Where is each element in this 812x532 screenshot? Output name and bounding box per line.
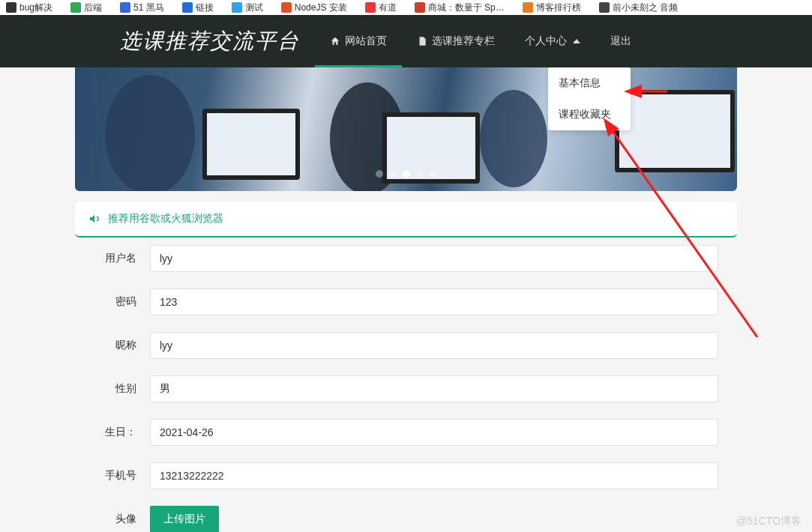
nav-column-label: 选课推荐专栏 [432,34,495,48]
password-input[interactable] [150,288,718,315]
birthday-label: 生日： [75,426,150,439]
bookmark-item[interactable]: 后端 [70,1,102,14]
carousel-dot-4[interactable] [416,170,424,178]
nav-home[interactable]: 网站首页 [315,15,402,67]
profile-form: 用户名 密码 昵称 性别 生日： 手机号 头像 上传图片 [75,245,737,532]
phone-input[interactable] [150,462,718,489]
username-label: 用户名 [75,252,150,265]
nickname-label: 昵称 [75,339,150,352]
bookmark-item[interactable]: 51 黑马 [120,1,164,14]
bookmark-item[interactable]: 测试 [232,1,263,14]
nav-personal[interactable]: 个人中心 [510,15,595,67]
notice-bar: 推荐用谷歌或火狐浏览器 [75,202,737,238]
bookmark-item[interactable]: NodeJS 安装 [281,1,347,14]
bookmark-item[interactable]: 商城：数量于 Sp… [415,1,505,14]
bookmark-item[interactable]: 有道 [365,1,397,14]
dropdown-basic-info[interactable]: 基本信息 [548,67,631,99]
carousel-dot-3[interactable] [403,170,410,178]
username-input[interactable] [150,245,718,272]
nav-logout[interactable]: 退出 [595,15,646,67]
phone-label: 手机号 [75,469,150,483]
bookmark-item[interactable]: 前小未刻之 音频 [599,1,678,14]
carousel-dot-5[interactable] [430,170,437,178]
birthday-input[interactable] [150,419,718,446]
gender-label: 性别 [75,382,150,396]
gender-input[interactable] [150,375,718,402]
bookmark-item[interactable]: 博客排行榜 [523,1,581,14]
top-navigation: 选课推荐交流平台 网站首页 选课推荐专栏 个人中心 退出 [0,15,812,67]
site-title: 选课推荐交流平台 [120,27,300,55]
document-icon [417,36,427,46]
password-label: 密码 [75,295,150,309]
carousel-dot-1[interactable] [376,170,383,178]
avatar-label: 头像 [75,513,150,526]
carousel-dot-2[interactable] [389,170,397,178]
personal-dropdown: 基本信息 课程收藏夹 [548,67,631,130]
watermark: @51CTO博客 [736,515,802,528]
nav-logout-label: 退出 [610,34,631,48]
carousel-indicators [376,170,437,178]
notice-text: 推荐用谷歌或火狐浏览器 [108,212,223,226]
volume-icon [88,213,100,225]
bookmark-item[interactable]: bug解决 [6,1,52,14]
upload-image-button[interactable]: 上传图片 [150,506,219,532]
browser-bookmarks-bar: bug解决 后端 51 黑马 链接 测试 NodeJS 安装 有道 商城：数量于… [0,0,812,15]
nav-column[interactable]: 选课推荐专栏 [402,15,510,67]
nickname-input[interactable] [150,332,718,359]
dropdown-favorites[interactable]: 课程收藏夹 [548,99,631,130]
nav-home-label: 网站首页 [345,34,387,48]
hero-banner [75,67,737,191]
caret-up-icon [573,39,580,43]
nav-personal-label: 个人中心 [525,34,567,48]
home-icon [330,36,340,46]
bookmark-item[interactable]: 链接 [182,1,214,14]
